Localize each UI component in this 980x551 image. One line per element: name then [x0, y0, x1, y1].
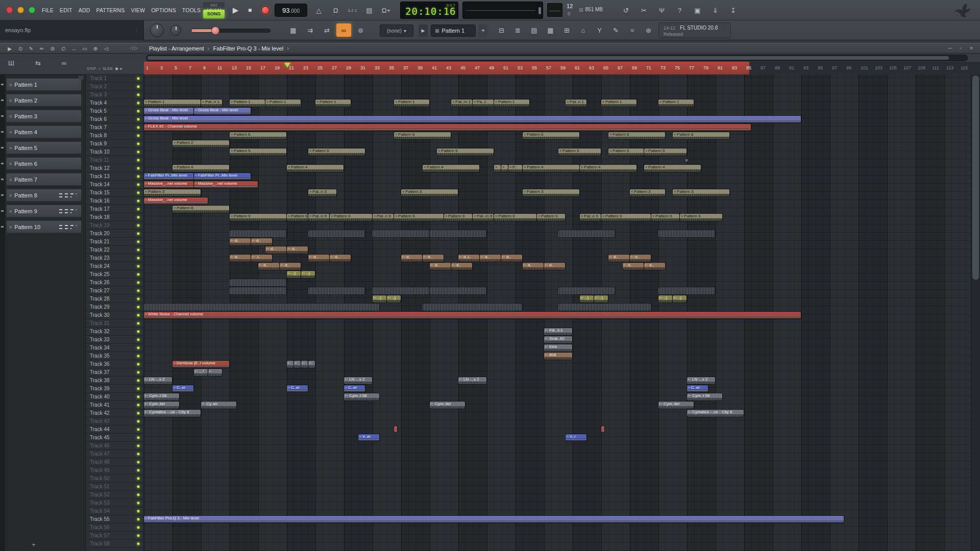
pattern-list-item[interactable]: ≡Pattern 2	[6, 94, 82, 107]
audio-clip[interactable]: ⊢LN -..x 2	[344, 377, 372, 384]
audio-clip[interactable]: ⊢LN -..x 2	[458, 377, 486, 384]
pattern-clip[interactable]: ≡Pa..1	[473, 99, 494, 107]
track-mute-led[interactable]	[136, 468, 140, 472]
audio-clip[interactable]: ⊢Cym..lier	[658, 402, 694, 409]
automation-clip[interactable]: ≈V..er	[358, 434, 379, 441]
pattern-clip[interactable]: ≡Pattern 5	[608, 148, 644, 156]
track-mute-led[interactable]	[136, 517, 140, 521]
track-mute-led[interactable]	[136, 126, 140, 130]
pattern-clip[interactable]: ≡Pattern 6	[523, 132, 579, 139]
keyboard-target-dropdown[interactable]: (none) ▾	[380, 24, 413, 37]
pattern-clip[interactable]: ≡Pat..rn 1	[451, 99, 472, 107]
track-mute-led[interactable]	[136, 93, 140, 97]
track-row[interactable]: Track 46	[86, 442, 144, 450]
track-mute-led[interactable]	[136, 158, 140, 162]
slip-tool-icon[interactable]: ↔	[69, 44, 79, 53]
picker-panel-icon[interactable]: Ш	[8, 59, 14, 67]
audio-clip[interactable]: ⊢..)	[673, 295, 687, 303]
track-row[interactable]: Track 10	[86, 148, 144, 156]
track-row[interactable]: Track 26	[86, 279, 144, 287]
pattern-clip[interactable]: ≡Pattern 9	[494, 214, 536, 221]
track-mute-led[interactable]	[136, 199, 140, 203]
pattern-clip[interactable]: ≡Pattern 3	[144, 189, 201, 196]
playhead-marker[interactable]	[284, 63, 290, 67]
audio-clip[interactable]: ⊢d..	[451, 263, 472, 270]
countdown-icon[interactable]: 3.2.1	[345, 4, 360, 17]
track-mute-led[interactable]	[136, 256, 140, 260]
track-row[interactable]: Track 16	[86, 197, 144, 205]
playlist-icon[interactable]: ▦	[543, 23, 558, 37]
audio-clip[interactable]: ⊢..)	[594, 295, 608, 303]
track-row[interactable]: Track 50	[86, 474, 144, 483]
track-mute-led[interactable]	[136, 403, 140, 407]
grid-snap-icon[interactable]: ▦	[286, 23, 301, 37]
track-row[interactable]: Track 40	[86, 393, 144, 401]
pat-mode-button[interactable]: PAT	[203, 2, 225, 9]
pattern-clip[interactable]: ≡Pat..n 9	[308, 214, 329, 221]
delete-tool-icon[interactable]: ⊘	[48, 44, 57, 53]
track-mute-led[interactable]	[136, 321, 140, 325]
pattern-clip[interactable]: ≡Pattern 3	[673, 189, 729, 196]
audio-clip[interactable]: ⊢Cym..t 58	[144, 393, 179, 400]
audio-clip[interactable]: ⊢Kick	[544, 344, 572, 352]
pattern-clip[interactable]: ≡Pat..n 3	[308, 189, 336, 196]
playlist-menu-icon[interactable]: ▶	[5, 44, 14, 53]
draw-tool-icon[interactable]: ✎	[27, 44, 36, 53]
track-mute-led[interactable]	[136, 232, 140, 236]
track-mute-led[interactable]	[136, 493, 140, 497]
pattern-clip[interactable]: ≡Pattern 4	[644, 165, 701, 172]
track-mute-led[interactable]	[136, 452, 140, 456]
automation-clip[interactable]: ≈Gross Beat - Mix level	[194, 108, 251, 115]
pattern-clip[interactable]	[558, 230, 615, 237]
toolbar-panel-icon[interactable]: ⊟	[494, 23, 509, 37]
track-row[interactable]: Track 45	[86, 434, 144, 442]
track-mute-led[interactable]	[136, 150, 140, 154]
master-volume-knob[interactable]	[150, 23, 164, 37]
pattern-clip[interactable]: ≡Pattern 9	[651, 214, 679, 221]
audio-clip[interactable]: ⊢..)	[580, 295, 594, 303]
select-tool-icon[interactable]: ▭	[80, 44, 89, 53]
track-mute-led[interactable]	[136, 289, 140, 293]
automation-clip[interactable]: ≈Massive_..nel volume	[144, 181, 193, 188]
track-row[interactable]: Track 49	[86, 466, 144, 474]
audio-clip[interactable]: ⊢Cym..lier	[144, 402, 179, 409]
vertical-scroll-handle[interactable]	[972, 76, 979, 280]
track-row[interactable]: Track 57	[86, 532, 144, 540]
blend-recording-icon[interactable]: Ω+	[379, 4, 394, 17]
audio-clip[interactable]: ⊢.. /	[194, 369, 208, 376]
track-row[interactable]: Track 1	[86, 74, 144, 83]
track-row[interactable]: Track 18	[86, 213, 144, 221]
track-row[interactable]: Track 37	[86, 368, 144, 377]
pattern-clip[interactable]: ≡Pattern 4	[523, 165, 579, 172]
scope-slider[interactable]	[538, 7, 541, 14]
menu-item-patterns[interactable]: PATTERNS	[93, 6, 128, 15]
zoom-tool-icon[interactable]: ⊕	[91, 44, 100, 53]
vertical-scrollbar[interactable]	[971, 74, 980, 551]
audio-clip[interactable]: ⊢808	[544, 353, 572, 360]
typing-keyboard-icon[interactable]: ▤	[362, 4, 377, 17]
track-mute-led[interactable]	[136, 444, 140, 448]
breadcrumb-automation[interactable]: FabFilter Pro-Q 3 - Mix level	[213, 45, 284, 52]
pattern-clip[interactable]: ≡Pattern 9	[287, 214, 308, 221]
track-row[interactable]: Track 13	[86, 172, 144, 181]
track-mute-led[interactable]	[136, 370, 140, 374]
audio-clip[interactable]: ⊢d..	[401, 255, 422, 262]
audio-clip[interactable]: ⊢d..	[630, 255, 651, 262]
pattern-clip[interactable]: ≡Pattern 3	[401, 189, 458, 196]
window-minimize-button[interactable]	[17, 7, 24, 13]
pattern-list-item[interactable]: ≡Pattern 3	[6, 110, 82, 122]
step-toggle[interactable]: ○	[98, 66, 101, 71]
track-row[interactable]: Track 23	[86, 254, 144, 262]
track-mute-led[interactable]	[136, 117, 140, 121]
pattern-clip[interactable]	[423, 304, 522, 311]
audio-clip[interactable]: ⊢d..	[423, 255, 444, 262]
automation-clip[interactable]: ≈V..r	[566, 434, 586, 441]
horizontal-scroll-handle[interactable]	[148, 56, 949, 60]
slide-toggle[interactable]: ◆	[115, 66, 118, 71]
automation-clip[interactable]: ≈C..er	[344, 385, 365, 392]
pattern-clip[interactable]: ≡Pattern 1	[230, 99, 265, 107]
track-row[interactable]: Track 43	[86, 417, 144, 425]
automation-clip[interactable]: ≈Gross Beat - Mix level	[144, 116, 801, 123]
track-row[interactable]: Track 44	[86, 425, 144, 434]
pattern-clip[interactable]: ≡Pattern 6	[230, 132, 286, 139]
